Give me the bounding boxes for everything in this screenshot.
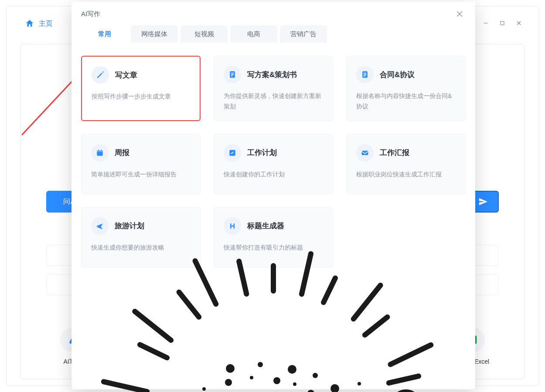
svg-rect-29 [230,225,235,226]
card-letter-h[interactable]: 标题生成器快速帮你打造有吸引力的标题 [214,207,333,267]
svg-rect-22 [97,150,102,152]
home-icon [25,19,34,28]
card-mail[interactable]: 工作汇报根据职业岗位快速生成工作汇报 [346,134,466,194]
svg-rect-13 [231,73,234,74]
tab-label: 营销广告 [290,30,317,38]
card-title: 工作汇报 [380,148,409,158]
card-title: 合同&协议 [380,70,415,80]
card-pen[interactable]: 写文章按照写作步骤一步步生成文章 [81,56,201,121]
svg-rect-20 [364,76,365,76]
tab-ecommerce[interactable]: 电商 [230,25,277,43]
modal-close-button[interactable] [453,8,466,20]
pen-icon [92,66,109,84]
svg-rect-19 [364,75,367,75]
card-desc: 快速生成你想要的旅游攻略 [91,243,191,253]
modal-title: AI写作 [81,10,100,18]
card-doc[interactable]: 写方案&策划书为你提供新灵感，快速创建新方案新策划 [214,56,333,121]
tab-common[interactable]: 常用 [81,25,128,43]
card-plane[interactable]: 旅游计划快速生成你想要的旅游攻略 [81,207,201,267]
tab-web-media[interactable]: 网络媒体 [131,25,178,43]
maximize-icon[interactable] [498,19,506,27]
card-title: 标题生成器 [247,221,284,231]
card-desc: 为你提供新灵感，快速创建新方案新策划 [224,91,323,112]
tab-label: 短视频 [194,30,214,38]
svg-rect-17 [364,73,367,73]
minimize-icon[interactable] [482,19,490,27]
card-desc: 根据职业岗位快速生成工作汇报 [356,169,456,180]
card-title: 旅游计划 [115,221,144,231]
svg-rect-24 [101,149,102,151]
card-desc: 快速创建你的工作计划 [224,169,323,180]
mail-icon [356,144,374,162]
tab-short-video[interactable]: 短视频 [181,25,228,43]
home-nav[interactable]: 主页 [25,19,53,28]
svg-rect-14 [231,74,234,75]
tab-label: 常用 [98,30,111,38]
svg-rect-16 [362,71,368,78]
close-window-icon[interactable] [515,19,523,27]
calendar-icon [91,144,109,162]
send-icon [478,197,488,206]
card-title: 写文章 [115,70,137,80]
card-title: 周报 [115,148,129,158]
card-title: 写方案&策划书 [247,70,297,80]
svg-rect-18 [364,74,367,74]
close-icon [455,10,464,18]
card-doc-lines[interactable]: 合同&协议根据名称与内容快捷生成一份合同&协议 [346,56,466,121]
tab-label: 网络媒体 [141,30,167,38]
card-desc: 简单描述即可生成一份详细报告 [91,169,191,180]
card-title: 工作计划 [247,148,277,158]
tab-marketing[interactable]: 营销广告 [280,25,327,43]
doc-lines-icon [356,66,374,83]
card-desc: 根据名称与内容快捷生成一份合同&协议 [356,91,456,112]
checklist-icon [224,144,241,162]
tab-label: 电商 [247,30,260,38]
card-checklist[interactable]: 工作计划快速创建你的工作计划 [214,134,333,194]
ai-writing-modal: AI写作 常用 网络媒体 短视频 电商 营销广告 写文章按照写作步骤一步步生成文… [72,2,475,389]
card-desc: 快速帮你打造有吸引力的标题 [224,243,323,253]
svg-rect-23 [98,149,99,151]
modal-tabs: 常用 网络媒体 短视频 电商 营销广告 [72,23,475,43]
plane-icon [91,217,109,235]
card-calendar[interactable]: 周报简单描述即可生成一份详细报告 [81,134,201,194]
doc-icon [224,66,241,83]
letter-h-icon [224,217,241,235]
svg-rect-15 [231,76,233,77]
svg-rect-4 [501,21,504,25]
card-desc: 按照写作步骤一步步生成文章 [92,91,190,102]
card-grid: 写文章按照写作步骤一步步生成文章写方案&策划书为你提供新灵感，快速创建新方案新策… [81,56,466,267]
home-label: 主页 [39,19,53,28]
svg-rect-26 [362,151,368,155]
